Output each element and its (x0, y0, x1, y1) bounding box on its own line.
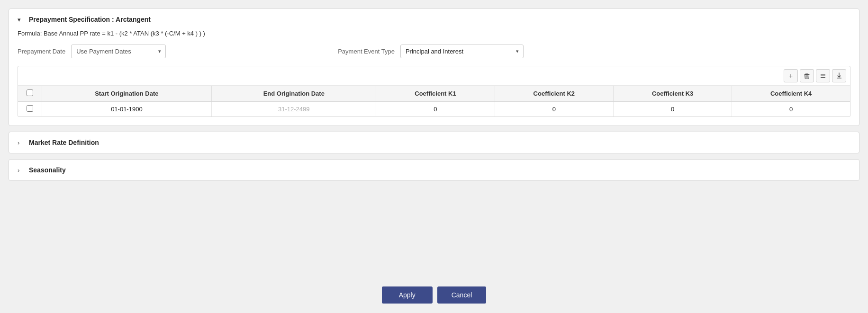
th-start-date: Start Origination Date (42, 86, 212, 102)
svg-rect-8 (837, 78, 841, 79)
market-rate-section-header[interactable]: › Market Rate Definition (18, 139, 850, 146)
download-button[interactable] (832, 69, 846, 82)
seasonality-section-header[interactable]: › Seasonality (18, 166, 850, 174)
row-k3: 0 (613, 102, 732, 117)
list-view-button[interactable] (816, 69, 830, 82)
add-row-button[interactable]: + (784, 69, 798, 82)
prepayment-date-label: Prepayment Date (18, 48, 65, 55)
row-end-date: 31-12-2499 (212, 102, 376, 117)
payment-event-type-wrapper: Principal and InterestPrincipal OnlyInte… (400, 45, 524, 58)
row-checkbox-cell[interactable] (18, 102, 42, 117)
prepayment-section-header[interactable]: ▾ Prepayment Specification : Arctangent (18, 16, 850, 23)
prepayment-chevron-icon: ▾ (18, 16, 25, 23)
coefficient-table: Start Origination Date End Origination D… (18, 86, 850, 116)
row-checkbox[interactable] (27, 105, 33, 112)
market-rate-section-title: Market Rate Definition (29, 139, 99, 146)
row-k1: 0 (376, 102, 495, 117)
market-rate-section: › Market Rate Definition (9, 132, 859, 153)
table-body: 01-01-1900 31-12-2499 0 0 0 0 (18, 102, 850, 117)
table-row: 01-01-1900 31-12-2499 0 0 0 0 (18, 102, 850, 117)
delete-icon (804, 72, 810, 79)
cancel-button[interactable]: Cancel (437, 286, 487, 304)
th-select-all[interactable] (18, 86, 42, 102)
th-k3: Coefficient K3 (613, 86, 732, 102)
th-end-date: End Origination Date (212, 86, 376, 102)
seasonality-section: › Seasonality (9, 159, 859, 181)
payment-event-type-label: Payment Event Type (338, 48, 395, 55)
svg-rect-7 (821, 77, 825, 78)
th-k1: Coefficient K1 (376, 86, 495, 102)
form-row-controls: Prepayment Date Use Payment Dates ▾ Paym… (18, 45, 850, 58)
list-icon (820, 72, 826, 79)
download-icon (836, 72, 842, 79)
select-all-checkbox[interactable] (27, 89, 33, 96)
formula-text: Formula: Base Annual PP rate = k1 - (k2 … (18, 30, 850, 37)
row-k2: 0 (495, 102, 613, 117)
delete-row-button[interactable] (800, 69, 814, 82)
coefficient-table-container: + (18, 66, 850, 117)
payment-event-type-select[interactable]: Principal and InterestPrincipal OnlyInte… (400, 45, 524, 58)
prepayment-section: ▾ Prepayment Specification : Arctangent … (9, 9, 859, 126)
row-start-date: 01-01-1900 (42, 102, 212, 117)
prepayment-date-select[interactable]: Use Payment Dates (71, 45, 166, 58)
row-k4: 0 (732, 102, 850, 117)
seasonality-section-title: Seasonality (29, 166, 66, 174)
table-header-row: Start Origination Date End Origination D… (18, 86, 850, 102)
th-k2: Coefficient K2 (495, 86, 613, 102)
apply-button[interactable]: Apply (382, 286, 433, 304)
th-k4: Coefficient K4 (732, 86, 850, 102)
table-toolbar: + (18, 66, 850, 86)
svg-rect-6 (821, 76, 825, 77)
svg-rect-5 (821, 74, 825, 75)
svg-rect-1 (805, 73, 808, 73)
action-row: Apply Cancel (9, 278, 859, 313)
page-container: ▾ Prepayment Specification : Arctangent … (0, 0, 868, 313)
prepayment-date-wrapper: Use Payment Dates ▾ (71, 45, 166, 58)
seasonality-chevron-icon: › (18, 167, 25, 174)
prepayment-section-title: Prepayment Specification : Arctangent (29, 16, 151, 23)
market-rate-chevron-icon: › (18, 139, 25, 146)
